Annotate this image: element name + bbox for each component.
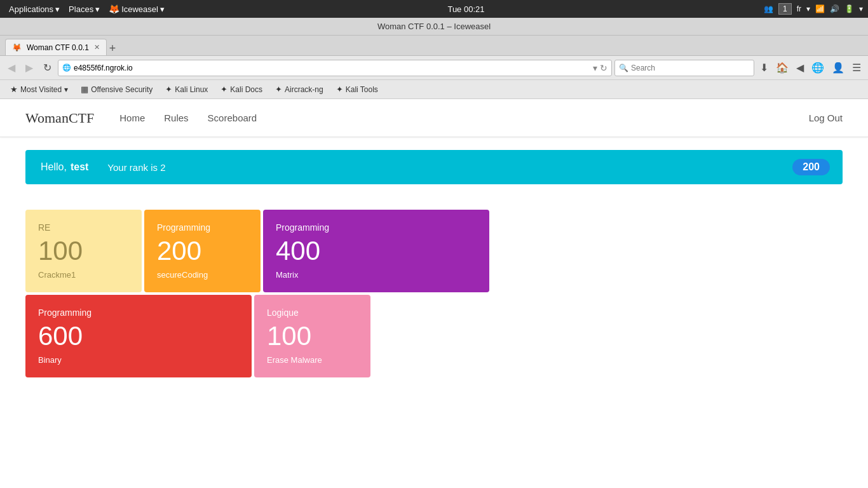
datetime-label: Tue 00:21 <box>447 4 484 14</box>
kali-linux-icon: ✦ <box>165 85 172 94</box>
bookmark-list-icon[interactable]: ◀ <box>793 60 807 76</box>
bookmark-most-visited[interactable]: ★ Most Visited ▾ <box>5 83 73 95</box>
aircrack-icon: ✦ <box>275 85 282 94</box>
site-logo: WomanCTF <box>25 110 94 126</box>
site-nav-links: Home Rules Scoreboard <box>119 112 808 123</box>
card-logique-category: Logique <box>267 308 358 318</box>
places-menu[interactable]: Places ▾ <box>65 3 104 15</box>
offensive-security-label: Offensive Security <box>91 85 153 94</box>
most-visited-label: Most Visited <box>20 85 62 94</box>
card-re-name: Crackme1 <box>38 270 129 280</box>
browser-label: Iceweasel <box>121 4 158 14</box>
rank-text: Your rank is 2 <box>107 162 165 173</box>
bookmark-aircrack[interactable]: ✦ Aircrack-ng <box>270 83 329 95</box>
card-prog-200[interactable]: Programming 200 secureCoding <box>144 210 261 292</box>
bookmarks-bar: ★ Most Visited ▾ ▦ Offensive Security ✦ … <box>0 80 868 99</box>
card-prog400-name: Matrix <box>276 270 477 280</box>
tab-close-button[interactable]: ✕ <box>94 43 100 51</box>
home-icon[interactable]: 🏠 <box>773 60 792 76</box>
hello-text: Hello, <box>41 161 67 173</box>
card-prog600-points: 600 <box>38 322 239 351</box>
os-bar-right: 👥 1 fr ▾ 📶 🔊 🔋 ▾ <box>764 3 863 15</box>
kali-docs-icon: ✦ <box>220 85 227 94</box>
menu-icon[interactable]: ☰ <box>849 60 864 76</box>
search-bar[interactable]: 🔍 <box>614 60 754 76</box>
search-icon: 🔍 <box>619 64 628 72</box>
bookmark-offensive-security[interactable]: ▦ Offensive Security <box>76 83 158 95</box>
cards-container: RE 100 Crackme1 Programming 200 secureCo… <box>0 197 868 390</box>
applications-arrow: ▾ <box>55 4 60 14</box>
power-icon: 🔋 <box>844 4 854 13</box>
nav-rules[interactable]: Rules <box>164 112 188 123</box>
cards-row-1: RE 100 Crackme1 Programming 200 secureCo… <box>25 210 843 292</box>
browser-title-bar: Woman CTF 0.0.1 – Iceweasel – □ ✕ <box>0 18 868 36</box>
card-prog200-name: secureCoding <box>157 270 248 280</box>
back-button[interactable]: ◀ <box>4 60 19 76</box>
kali-tools-label: Kali Tools <box>346 85 378 94</box>
search-input[interactable] <box>631 64 745 72</box>
card-prog400-points: 400 <box>276 236 477 266</box>
card-logique-100[interactable]: Logique 100 Erase Malware <box>254 295 370 377</box>
download-icon[interactable]: ⬇ <box>757 60 771 76</box>
os-bar-center: Tue 00:21 <box>171 4 761 14</box>
kali-tools-icon: ✦ <box>336 85 343 94</box>
os-bar-left: Applications ▾ Places ▾ 🦊 Iceweasel ▾ <box>5 3 168 15</box>
active-tab[interactable]: 🦊 Woman CTF 0.0.1 ✕ <box>5 39 107 55</box>
navigation-bar: ◀ ▶ ↻ 🌐 ▾ ↻ 🔍 ⬇ 🏠 ◀ 🌐 👤 ☰ <box>0 56 868 80</box>
reload-button[interactable]: ↻ <box>39 60 55 76</box>
site-nav: WomanCTF Home Rules Scoreboard Log Out <box>0 99 868 137</box>
applications-menu[interactable]: Applications ▾ <box>5 3 64 15</box>
cards-row-2: Programming 600 Binary Logique 100 Erase… <box>25 295 843 377</box>
wifi-icon: 📶 <box>815 4 825 13</box>
nav-scoreboard[interactable]: Scoreboard <box>208 112 257 123</box>
browser-arrow: ▾ <box>160 4 165 14</box>
nav-home[interactable]: Home <box>119 112 145 123</box>
forward-button[interactable]: ▶ <box>22 60 37 76</box>
most-visited-arrow: ▾ <box>64 85 68 94</box>
kali-docs-label: Kali Docs <box>230 85 262 94</box>
tab-favicon: 🦊 <box>12 43 22 52</box>
developer-icon[interactable]: 👤 <box>829 60 848 76</box>
hello-banner: Hello, test Your rank is 2 200 <box>25 150 843 184</box>
tab-title: Woman CTF 0.0.1 <box>27 43 89 52</box>
card-prog400-category: Programming <box>276 222 477 233</box>
bookmark-kali-docs[interactable]: ✦ Kali Docs <box>215 83 268 95</box>
tab-bar: 🦊 Woman CTF 0.0.1 ✕ + <box>0 36 868 56</box>
site-nav-right: Log Out <box>809 112 843 124</box>
address-dropdown-icon[interactable]: ▾ <box>593 63 597 73</box>
card-prog200-category: Programming <box>157 222 248 233</box>
bookmark-kali-linux[interactable]: ✦ Kali Linux <box>160 83 213 95</box>
logout-button[interactable]: Log Out <box>809 112 843 123</box>
address-reload-icon[interactable]: ↻ <box>600 63 607 73</box>
browser-menu[interactable]: 🦊 Iceweasel ▾ <box>105 3 168 15</box>
os-taskbar: Applications ▾ Places ▾ 🦊 Iceweasel ▾ Tu… <box>0 0 868 18</box>
hello-username: test <box>71 161 88 173</box>
volume-icon: 🔊 <box>830 4 839 13</box>
card-prog-400[interactable]: Programming 400 Matrix <box>263 210 489 292</box>
card-prog200-points: 200 <box>157 236 248 266</box>
address-bar[interactable]: 🌐 ▾ ↻ <box>58 60 612 76</box>
card-logique-name: Erase Malware <box>267 355 358 365</box>
score-badge: 200 <box>792 159 830 175</box>
nav-icon-group: ⬇ 🏠 ◀ 🌐 👤 ☰ <box>757 60 864 76</box>
card-prog-600[interactable]: Programming 600 Binary <box>25 295 252 377</box>
browser-page-title: Woman CTF 0.0.1 – Iceweasel <box>377 22 491 31</box>
bookmark-kali-tools[interactable]: ✦ Kali Tools <box>331 83 383 95</box>
workspace-badge[interactable]: 1 <box>778 3 792 15</box>
card-re-100[interactable]: RE 100 Crackme1 <box>25 210 142 292</box>
card-prog600-category: Programming <box>38 308 239 318</box>
card-prog600-name: Binary <box>38 355 239 365</box>
bookmark-add-icon[interactable]: 🌐 <box>808 60 827 76</box>
most-visited-icon: ★ <box>10 85 18 94</box>
aircrack-label: Aircrack-ng <box>285 85 323 94</box>
users-icon: 👥 <box>764 4 773 13</box>
lang-arrow: ▾ <box>806 4 810 13</box>
browser-icon: 🦊 <box>109 4 119 14</box>
lang-label: fr <box>797 4 801 13</box>
address-input[interactable] <box>74 64 593 72</box>
card-re-category: RE <box>38 222 129 233</box>
card-re-points: 100 <box>38 236 129 266</box>
address-icons: ▾ ↻ <box>593 63 607 73</box>
applications-label: Applications <box>9 4 53 14</box>
new-tab-button[interactable]: + <box>109 42 116 55</box>
